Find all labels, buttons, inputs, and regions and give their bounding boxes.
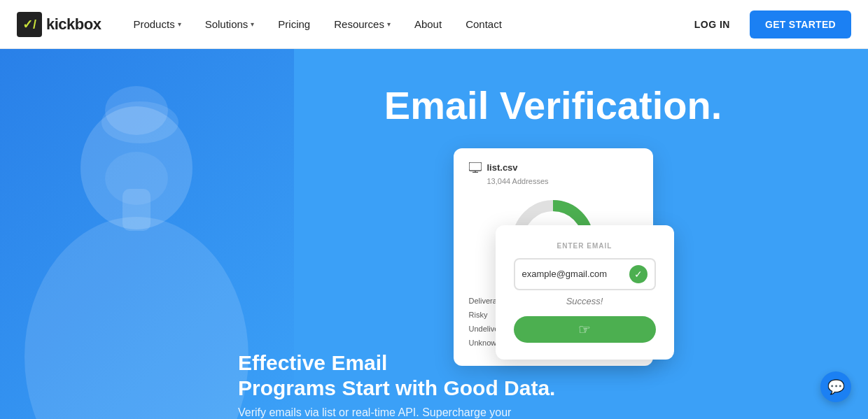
card-addresses: 13,044 Addresses	[487, 177, 638, 185]
email-verification-card: ENTER EMAIL example@gmail.com ✓ Success!…	[496, 225, 674, 360]
get-started-button[interactable]: GET STARTED	[750, 10, 851, 38]
logo[interactable]: ✓/ kickbox	[17, 12, 101, 37]
chat-icon: 💬	[827, 378, 845, 395]
card-filename: list.csv	[487, 162, 518, 173]
nav-item-pricing[interactable]: Pricing	[268, 13, 320, 36]
email-input-value: example@gmail.com	[522, 269, 624, 279]
chat-bubble-button[interactable]: 💬	[820, 371, 851, 402]
hero-content: Email Verification. list.csv 13,044 Addr…	[0, 84, 868, 366]
check-icon: ✓	[629, 265, 648, 283]
logo-text: kickbox	[46, 15, 101, 34]
hero-title: Email Verification.	[384, 84, 722, 127]
login-button[interactable]: LOG IN	[686, 13, 738, 36]
nav-item-solutions[interactable]: Solutions ▾	[195, 13, 265, 36]
logo-slash-icon: ✓/	[22, 17, 36, 32]
nav-item-products[interactable]: Products ▾	[123, 13, 190, 36]
nav-item-resources[interactable]: Resources ▾	[324, 13, 400, 36]
verify-button[interactable]: ☞	[514, 316, 656, 343]
logo-icon: ✓/	[17, 12, 42, 37]
chevron-down-icon: ▾	[251, 20, 254, 28]
hero-section: Email Verification. list.csv 13,044 Addr…	[0, 49, 868, 419]
chevron-down-icon: ▾	[387, 20, 391, 28]
nav-actions: LOG IN GET STARTED	[686, 10, 851, 38]
chevron-down-icon: ▾	[178, 20, 181, 28]
navbar: ✓/ kickbox Products ▾ Solutions ▾ Pricin…	[0, 0, 868, 49]
email-input-row[interactable]: example@gmail.com ✓	[514, 258, 656, 290]
nav-item-contact[interactable]: Contact	[456, 13, 512, 36]
cursor-icon: ☞	[578, 321, 591, 338]
nav-item-about[interactable]: About	[405, 13, 451, 36]
monitor-icon	[469, 162, 482, 173]
enter-email-label: ENTER EMAIL	[514, 242, 656, 250]
success-text: Success!	[514, 296, 656, 306]
nav-links: Products ▾ Solutions ▾ Pricing Resources…	[123, 13, 685, 36]
hero-description: Verify emails via list or real-time API.…	[238, 406, 868, 419]
svg-rect-6	[469, 162, 482, 171]
card-list-header: list.csv	[469, 162, 638, 173]
cards-container: list.csv 13,044 Addresses 77	[454, 148, 653, 366]
